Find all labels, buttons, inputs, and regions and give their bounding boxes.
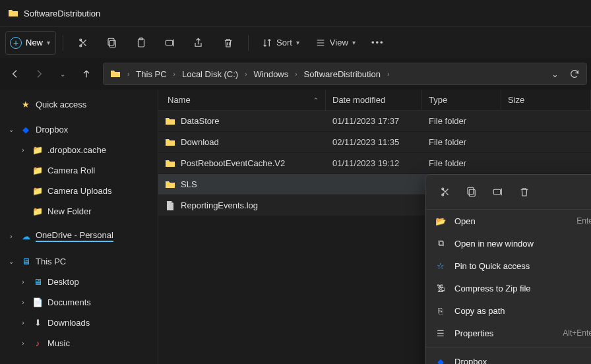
file-name: DataStore (181, 116, 220, 126)
ctx-open-new-window[interactable]: ⧉Open in new window (425, 232, 591, 255)
chevron-right-icon: › (294, 71, 298, 78)
file-row[interactable]: DataStore01/11/2023 17:37File folder (158, 111, 591, 131)
sidebar-documents[interactable]: ›📄Documents (3, 292, 155, 312)
sort-button[interactable]: Sort ▾ (255, 31, 306, 55)
sidebar-label: Documents (47, 297, 91, 307)
copy-button[interactable] (99, 31, 125, 55)
breadcrumb-seg[interactable]: Local Disk (C:) (178, 67, 242, 82)
column-headers: Name⌃ Date modified Type Size (158, 90, 591, 111)
pc-icon: 🖥 (20, 257, 32, 266)
file-name: Download (181, 137, 219, 147)
svg-rect-5 (469, 189, 475, 197)
sort-label: Sort (276, 38, 292, 47)
column-type[interactable]: Type (422, 90, 501, 110)
file-date: 01/11/2023 17:37 (326, 116, 422, 126)
view-button[interactable]: View ▾ (309, 31, 362, 55)
sidebar-onedrive[interactable]: ›☁OneDrive - Personal (3, 226, 155, 246)
ctx-properties[interactable]: ☰PropertiesAlt+Enter (425, 322, 591, 344)
sidebar-label: Music (47, 338, 70, 348)
expander-icon: › (7, 233, 16, 240)
ctx-delete-button[interactable] (514, 181, 535, 202)
svg-rect-0 (109, 40, 115, 47)
ctx-open[interactable]: 📂OpenEnter (425, 210, 591, 232)
breadcrumb-root[interactable] (106, 66, 125, 82)
paste-icon (135, 37, 147, 49)
ctx-rename-button[interactable] (487, 181, 509, 202)
window-icon: ⧉ (435, 238, 447, 249)
file-date: 01/11/2023 19:12 (326, 158, 422, 168)
up-button[interactable] (75, 63, 98, 85)
plus-icon: + (10, 37, 22, 49)
ctx-dropbox[interactable]: ◆Dropbox› (425, 350, 591, 364)
forward-button[interactable] (28, 63, 50, 85)
ctx-copy-button[interactable] (461, 181, 482, 202)
chevron-down-icon: ▾ (296, 39, 299, 46)
ctx-label: Open (454, 216, 476, 226)
more-button[interactable]: ••• (365, 31, 391, 55)
refresh-icon (569, 69, 580, 79)
sidebar-desktop[interactable]: ›🖥Desktop (3, 272, 155, 291)
breadcrumb-seg[interactable]: This PC (132, 67, 170, 82)
sidebar-new-folder[interactable]: 📁New Folder (3, 201, 155, 221)
refresh-button[interactable] (565, 69, 584, 79)
view-icon (315, 38, 326, 48)
expander-icon: › (18, 146, 28, 154)
path-icon: ⎘ (435, 306, 447, 316)
sidebar-dropbox[interactable]: ⌄◆Dropbox (3, 119, 155, 139)
chevron-down-icon: ⌄ (60, 71, 65, 78)
chevron-down-icon: ▾ (352, 39, 356, 46)
sidebar-label: Quick access (36, 100, 86, 109)
breadcrumb-seg[interactable]: Windows (250, 67, 293, 82)
ctx-pin-quick-access[interactable]: ☆Pin to Quick access (425, 255, 591, 277)
cut-button[interactable] (70, 31, 96, 55)
expander-icon: › (18, 278, 28, 286)
documents-icon: 📄 (32, 297, 44, 307)
ctx-label: Properties (454, 328, 493, 338)
downloads-icon: ⬇ (32, 318, 44, 328)
desktop-icon: 🖥 (32, 277, 44, 287)
ctx-copy-path[interactable]: ⎘Copy as path (425, 299, 591, 322)
breadcrumb-seg[interactable]: SoftwareDistribution (300, 67, 385, 82)
file-row[interactable]: PostRebootEventCache.V201/11/2023 19:12F… (158, 153, 591, 173)
ctx-compress-zip[interactable]: 🗜Compress to Zip file (425, 277, 591, 299)
rename-button[interactable] (157, 31, 183, 55)
sidebar-quick-access[interactable]: ★Quick access (3, 94, 155, 114)
sidebar-label: .dropbox.cache (47, 145, 106, 155)
cut-icon (439, 186, 451, 198)
sidebar-camera-roll[interactable]: 📁Camera Roll (3, 160, 155, 180)
toolbar: + New ▾ Sort ▾ View ▾ ••• (0, 26, 591, 58)
sidebar-dropbox-cache[interactable]: ›📁.dropbox.cache (3, 140, 155, 160)
sidebar-camera-uploads[interactable]: 📁Camera Uploads (3, 181, 155, 200)
share-button[interactable] (186, 31, 212, 55)
delete-button[interactable] (215, 31, 241, 55)
column-label: Type (429, 95, 447, 105)
ctx-label: Copy as path (454, 306, 505, 316)
ctx-cut-button[interactable] (435, 181, 456, 202)
file-name: SLS (181, 179, 197, 189)
column-size[interactable]: Size (501, 90, 591, 110)
sidebar-label: OneDrive - Personal (36, 230, 113, 242)
address-dropdown[interactable]: ⌄ (545, 69, 564, 79)
sidebar-music[interactable]: ›♪Music (3, 333, 155, 353)
address-bar[interactable]: › This PC › Local Disk (C:) › Windows › … (103, 63, 587, 85)
paste-button[interactable] (128, 31, 154, 55)
delete-icon (518, 186, 530, 198)
sidebar-this-pc[interactable]: ⌄🖥This PC (3, 251, 155, 271)
recent-button[interactable]: ⌄ (51, 63, 74, 85)
cut-icon (77, 37, 89, 49)
sidebar-downloads[interactable]: ›⬇Downloads (3, 313, 155, 332)
back-button[interactable] (4, 63, 26, 85)
column-label: Name (168, 95, 191, 105)
column-label: Size (508, 95, 524, 105)
copy-icon (466, 186, 478, 198)
new-button[interactable]: + New ▾ (5, 31, 56, 55)
more-icon: ••• (371, 38, 385, 47)
file-row[interactable]: Download02/11/2023 11:35File folder (158, 132, 591, 152)
sidebar: ★Quick access ⌄◆Dropbox ›📁.dropbox.cache… (0, 90, 158, 364)
svg-rect-4 (166, 40, 173, 46)
file-date: 02/11/2023 11:35 (326, 137, 422, 147)
star-icon: ☆ (435, 261, 447, 271)
column-name[interactable]: Name⌃ (158, 90, 326, 110)
column-date[interactable]: Date modified (326, 90, 422, 110)
cloud-icon: ☁ (20, 231, 32, 241)
